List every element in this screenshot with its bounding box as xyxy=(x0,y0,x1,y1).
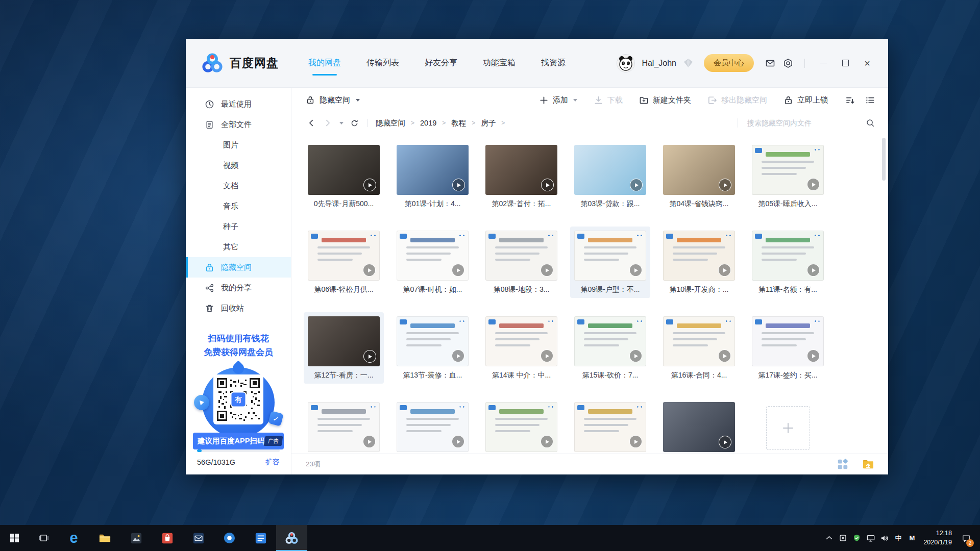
sidebar-item-视频[interactable]: 视频 xyxy=(186,155,291,176)
go-up-folder-icon[interactable] xyxy=(862,458,875,471)
scrollbar-thumb[interactable] xyxy=(882,138,886,181)
taskbar-clock[interactable]: 12:18 2020/1/19 xyxy=(923,529,952,547)
file-item[interactable]: 第17课-签约：买... xyxy=(748,312,828,384)
toolbar-action-立即上锁[interactable]: 立即上锁 xyxy=(783,95,828,105)
sidebar-item-文档[interactable]: 文档 xyxy=(186,176,291,196)
sidebar-item-种子[interactable]: 种子 xyxy=(186,216,291,237)
scrollbar[interactable] xyxy=(882,137,886,450)
minimize-button[interactable] xyxy=(816,56,831,71)
file-item[interactable] xyxy=(393,398,473,454)
ad-banner[interactable]: 建议用百度APP扫码 广告 xyxy=(193,433,284,449)
refresh-button[interactable] xyxy=(349,117,360,129)
back-button[interactable] xyxy=(306,117,317,129)
history-dropdown-icon[interactable] xyxy=(339,122,344,124)
file-item[interactable] xyxy=(304,398,384,454)
file-item[interactable] xyxy=(481,398,561,454)
tab-我的网盘[interactable]: 我的网盘 xyxy=(307,53,342,73)
list-view-icon[interactable] xyxy=(865,95,875,105)
breadcrumb-item-教程[interactable]: 教程 xyxy=(451,118,466,128)
mail-icon[interactable] xyxy=(765,58,776,69)
sidebar-item-音乐[interactable]: 音乐 xyxy=(186,196,291,216)
user-avatar[interactable] xyxy=(617,54,635,72)
breadcrumb-item-隐藏空间[interactable]: 隐藏空间 xyxy=(376,118,405,128)
breadcrumb-item-房子[interactable]: 房子 xyxy=(481,118,496,128)
tray-volume-icon[interactable] xyxy=(877,525,891,551)
ime-language-indicator[interactable]: 中 xyxy=(891,525,905,551)
tray-monitor-icon[interactable] xyxy=(864,525,877,551)
file-item[interactable]: 第08课-地段：3... xyxy=(481,227,561,298)
tab-找资源[interactable]: 找资源 xyxy=(540,53,567,73)
toolbar-action-添加[interactable]: 添加 xyxy=(539,95,577,105)
tab-传输列表[interactable]: 传输列表 xyxy=(365,53,400,73)
sidebar-item-隐藏空间[interactable]: 隐藏空间 xyxy=(186,257,291,278)
file-item[interactable]: 第16课-合同：4... xyxy=(659,312,739,384)
sidebar-item-全部文件[interactable]: 全部文件 xyxy=(186,114,291,135)
file-item[interactable]: 第03课-贷款：跟... xyxy=(570,141,650,212)
sidebar-item-其它[interactable]: 其它 xyxy=(186,237,291,257)
tab-好友分享[interactable]: 好友分享 xyxy=(424,53,458,73)
file-grid-area: 0先导课-月薪500...第01课-计划：4...第02课-首付：拓...第03… xyxy=(291,134,888,454)
taskbar-app-edge[interactable]: e xyxy=(58,525,89,551)
sidebar-item-最近使用[interactable]: 最近使用 xyxy=(186,94,291,114)
taskbar-app-photos[interactable] xyxy=(120,525,152,551)
gear-icon[interactable] xyxy=(782,58,794,69)
file-item[interactable]: 第01课-计划：4... xyxy=(393,141,473,212)
sidebar-item-图片[interactable]: 图片 xyxy=(186,135,291,155)
file-item[interactable]: 第14课 中介：中... xyxy=(481,312,561,384)
file-item[interactable]: 第02课-首付：拓... xyxy=(481,141,561,212)
breadcrumb-item-2019[interactable]: 2019 xyxy=(420,119,436,127)
file-item[interactable]: 第10课-开发商：... xyxy=(659,227,739,298)
vip-center-button[interactable]: 会员中心 xyxy=(704,54,754,72)
thumb-logo-chip xyxy=(577,319,584,324)
taskbar-app-docs[interactable] xyxy=(245,525,276,551)
file-item[interactable]: 第09课-户型：不... xyxy=(570,227,650,298)
username[interactable]: Hal_John xyxy=(642,59,676,68)
sidebar-ad[interactable]: 扫码使用有钱花 免费获得网盘会员 xyxy=(186,332,291,449)
sidebar-item-label: 最近使用 xyxy=(221,99,252,109)
grid-view-icon[interactable] xyxy=(836,458,849,471)
thumb-title-bar xyxy=(588,238,632,242)
task-view-button[interactable] xyxy=(29,525,58,551)
toolbar-action-新建文件夹[interactable]: 新建文件夹 xyxy=(639,95,691,105)
file-item[interactable]: 第07课-时机：如... xyxy=(393,227,473,298)
file-item[interactable]: 0先导课-月薪500... xyxy=(304,141,384,212)
file-item[interactable]: 第15课-砍价：7... xyxy=(570,312,650,384)
thumb-corner-mark xyxy=(636,320,643,322)
action-center-button[interactable]: 2 xyxy=(958,525,975,551)
maximize-button[interactable] xyxy=(838,56,853,71)
close-button[interactable]: × xyxy=(860,56,875,71)
sort-icon[interactable] xyxy=(845,95,855,105)
taskbar-app-browser[interactable] xyxy=(214,525,245,551)
add-file-placeholder[interactable] xyxy=(766,406,810,450)
forward-button[interactable] xyxy=(322,117,333,129)
file-item[interactable]: 第04课-省钱诀窍... xyxy=(659,141,739,212)
vip-gem-icon[interactable] xyxy=(683,58,694,68)
search-icon[interactable] xyxy=(866,118,875,128)
taskbar-app-netdisk[interactable] xyxy=(276,525,307,551)
taskbar-app-explorer[interactable] xyxy=(89,525,120,551)
add-file-cell[interactable] xyxy=(748,398,828,454)
sidebar-item-回收站[interactable]: 回收站 xyxy=(186,298,291,318)
file-item[interactable]: 第05课-睡后收入... xyxy=(748,141,828,212)
file-item[interactable]: 第13节-装修：血... xyxy=(393,312,473,384)
tray-shield-icon[interactable] xyxy=(850,525,864,551)
ime-mode-indicator[interactable]: M xyxy=(905,525,919,551)
thumb-title-bar xyxy=(499,409,543,414)
file-item[interactable] xyxy=(570,398,650,454)
file-item[interactable]: 第11课-名额：有... xyxy=(748,227,828,298)
tray-chevron-up-icon[interactable] xyxy=(822,525,836,551)
sidebar-item-label: 种子 xyxy=(223,222,238,232)
thumb-text-line xyxy=(406,332,459,334)
sidebar-item-我的分享[interactable]: 我的分享 xyxy=(186,278,291,298)
expand-storage-link[interactable]: 扩容 xyxy=(265,458,280,467)
search-input[interactable] xyxy=(746,118,862,128)
tray-widget-icon[interactable] xyxy=(836,525,850,551)
tab-功能宝箱[interactable]: 功能宝箱 xyxy=(482,53,517,73)
taskbar-app-mail[interactable] xyxy=(183,525,214,551)
file-item[interactable]: 第12节-看房：一... xyxy=(304,312,384,384)
file-item[interactable] xyxy=(659,398,739,454)
location-selector[interactable]: 隐藏空间 xyxy=(306,95,360,105)
taskbar-app-store[interactable] xyxy=(152,525,183,551)
file-item[interactable]: 第06课-轻松月供... xyxy=(304,227,384,298)
start-button[interactable] xyxy=(0,525,29,551)
